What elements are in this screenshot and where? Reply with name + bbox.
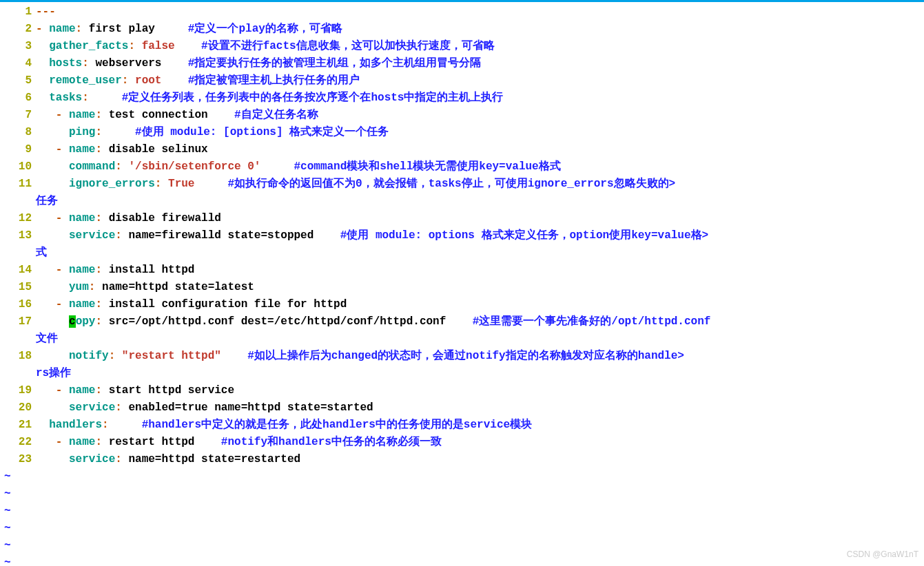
code-content[interactable]: handlers: #handlers中定义的就是任务，此处handlers中的… xyxy=(36,417,924,434)
token-cmt: #notify和handlers中任务的名称必须一致 xyxy=(221,436,442,448)
code-line[interactable]: 14 - name: install httpd xyxy=(0,262,924,279)
code-line[interactable]: 式 xyxy=(0,244,924,262)
code-line[interactable]: 8 ping: #使用 module: [options] 格式来定义一个任务 xyxy=(0,124,924,141)
token-val: start httpd service xyxy=(109,384,234,397)
code-line[interactable]: 12 - name: disable firewalld xyxy=(0,210,924,227)
token-punct: : xyxy=(95,264,108,276)
token-key: hosts xyxy=(49,57,82,70)
code-editor[interactable]: 1---2- name: first play #定义一个play的名称，可省略… xyxy=(0,2,924,566)
token-key: service xyxy=(69,401,115,414)
token-val xyxy=(36,281,69,293)
token-key: opy xyxy=(76,315,96,328)
code-line[interactable]: 任务 xyxy=(0,193,924,210)
line-number: 5 xyxy=(0,72,36,90)
code-line[interactable]: 15 yum: name=httpd state=latest xyxy=(0,279,924,296)
token-key: name xyxy=(69,298,95,311)
code-content[interactable]: service: name=firewalld state=stopped #使… xyxy=(36,227,924,244)
code-content[interactable]: ignore_errors: True #如执行命令的返回值不为0，就会报错，t… xyxy=(36,176,924,193)
code-content[interactable]: --- xyxy=(36,3,924,21)
code-content[interactable]: - name: first play #定义一个play的名称，可省略 xyxy=(36,21,924,38)
code-content[interactable]: gather_facts: false #设置不进行facts信息收集，这可以加… xyxy=(36,38,924,55)
token-cmt: 任务 xyxy=(36,195,58,207)
token-val: src=/opt/httpd.conf dest=/etc/httpd/conf… xyxy=(109,315,473,328)
empty-line-tilde: ~ xyxy=(0,468,924,485)
code-line[interactable]: 3 gather_facts: false #设置不进行facts信息收集，这可… xyxy=(0,38,924,55)
code-line[interactable]: 9 - name: disable selinux xyxy=(0,141,924,158)
code-content[interactable]: hosts: webservers #指定要执行任务的被管理主机组，如多个主机组… xyxy=(36,55,924,72)
token-val xyxy=(36,419,49,431)
code-content[interactable]: tasks: #定义任务列表，任务列表中的各任务按次序逐个在hosts中指定的主… xyxy=(36,90,924,107)
code-line[interactable]: 文件 xyxy=(0,331,924,348)
token-val: restart httpd xyxy=(109,436,221,448)
watermark: CSDN @GnaW1nT xyxy=(847,546,918,563)
code-line[interactable]: 22 - name: restart httpd #notify和handler… xyxy=(0,434,924,451)
token-punct: - xyxy=(56,264,69,276)
token-punct: : xyxy=(155,178,168,190)
code-line[interactable]: 7 - name: test connection #自定义任务名称 xyxy=(0,107,924,124)
code-content[interactable]: rs操作 xyxy=(36,365,924,382)
code-line[interactable]: 23 service: name=httpd state=restarted xyxy=(0,451,924,468)
token-punct: : xyxy=(95,384,108,397)
code-content[interactable]: 任务 xyxy=(36,193,924,210)
code-line[interactable]: 17 copy: src=/opt/httpd.conf dest=/etc/h… xyxy=(0,313,924,331)
code-line[interactable]: 6 tasks: #定义任务列表，任务列表中的各任务按次序逐个在hosts中指定… xyxy=(0,90,924,107)
token-punct: : xyxy=(115,229,128,242)
token-str: '/sbin/setenforce 0' xyxy=(128,160,260,173)
empty-line-tilde: ~ xyxy=(0,554,924,566)
token-punct: : xyxy=(95,126,102,138)
token-val xyxy=(36,229,69,242)
token-cmt: #自定义任务名称 xyxy=(234,109,318,121)
code-line[interactable]: 4 hosts: webservers #指定要执行任务的被管理主机组，如多个主… xyxy=(0,55,924,72)
line-number: 10 xyxy=(0,158,36,176)
code-content[interactable]: 式 xyxy=(36,244,924,262)
code-content[interactable]: yum: name=httpd state=latest xyxy=(36,279,924,296)
code-line[interactable]: 20 service: enabled=true name=httpd stat… xyxy=(0,399,924,417)
code-line[interactable]: rs操作 xyxy=(0,365,924,382)
token-punct: : xyxy=(95,212,108,224)
code-content[interactable]: - name: test connection #自定义任务名称 xyxy=(36,107,924,124)
token-punct: - xyxy=(56,109,69,121)
code-content[interactable]: command: '/sbin/setenforce 0' #command模块… xyxy=(36,158,924,176)
token-val xyxy=(36,350,69,362)
token-punct: : xyxy=(102,419,109,431)
token-key: name xyxy=(69,143,95,156)
token-val xyxy=(36,57,49,70)
code-content[interactable]: service: enabled=true name=httpd state=s… xyxy=(36,399,924,417)
code-line[interactable]: 19 - name: start httpd service xyxy=(0,382,924,399)
code-content[interactable]: - name: disable firewalld xyxy=(36,210,924,227)
token-cmt: rs操作 xyxy=(36,367,71,379)
token-val xyxy=(36,264,56,276)
token-val: install configuration file for httpd xyxy=(109,298,347,311)
code-content[interactable]: service: name=httpd state=restarted xyxy=(36,451,924,468)
code-content[interactable]: copy: src=/opt/httpd.conf dest=/etc/http… xyxy=(36,313,924,331)
code-content[interactable]: 文件 xyxy=(36,331,924,348)
code-line[interactable]: 5 remote_user: root #指定被管理主机上执行任务的用户 xyxy=(0,72,924,90)
token-str: root xyxy=(135,74,161,87)
code-line[interactable]: 21 handlers: #handlers中定义的就是任务，此处handler… xyxy=(0,417,924,434)
token-cmt: #使用 module: [options] 格式来定义一个任务 xyxy=(135,126,389,138)
code-line[interactable]: 2- name: first play #定义一个play的名称，可省略 xyxy=(0,21,924,38)
token-val xyxy=(36,453,69,465)
token-punct: : xyxy=(128,40,141,52)
code-line[interactable]: 11 ignore_errors: True #如执行命令的返回值不为0，就会报… xyxy=(0,176,924,193)
code-line[interactable]: 13 service: name=firewalld state=stopped… xyxy=(0,227,924,244)
token-val xyxy=(36,436,56,448)
code-line[interactable]: 1--- xyxy=(0,3,924,21)
code-content[interactable]: remote_user: root #指定被管理主机上执行任务的用户 xyxy=(36,72,924,90)
code-content[interactable]: - name: start httpd service xyxy=(36,382,924,399)
token-punct: : xyxy=(115,160,128,173)
token-key: yum xyxy=(69,281,89,293)
code-content[interactable]: - name: disable selinux xyxy=(36,141,924,158)
token-key: name xyxy=(69,264,95,276)
code-content[interactable]: ping: #使用 module: [options] 格式来定义一个任务 xyxy=(36,124,924,141)
token-val: webservers xyxy=(95,57,187,70)
code-content[interactable]: notify: "restart httpd" #如以上操作后为changed的… xyxy=(36,348,924,365)
token-str: false xyxy=(142,40,175,52)
code-content[interactable]: - name: install configuration file for h… xyxy=(36,296,924,313)
code-line[interactable]: 16 - name: install configuration file fo… xyxy=(0,296,924,313)
token-key: service xyxy=(69,229,115,242)
code-content[interactable]: - name: install httpd xyxy=(36,262,924,279)
code-line[interactable]: 18 notify: "restart httpd" #如以上操作后为chang… xyxy=(0,348,924,365)
code-content[interactable]: - name: restart httpd #notify和handlers中任… xyxy=(36,434,924,451)
code-line[interactable]: 10 command: '/sbin/setenforce 0' #comman… xyxy=(0,158,924,176)
